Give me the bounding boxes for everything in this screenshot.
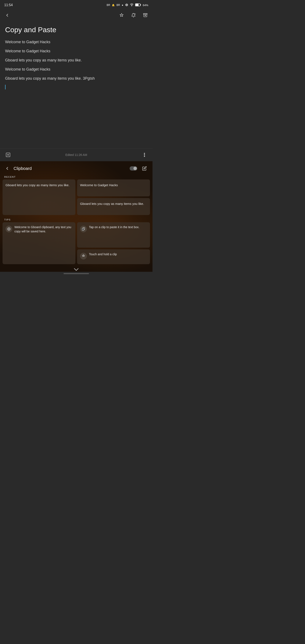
clipboard-edit-button[interactable] xyxy=(141,164,148,172)
svg-point-17 xyxy=(8,228,10,230)
status-icons: BR 🔔 BR ● 64% xyxy=(106,3,148,7)
tip-icon-3 xyxy=(80,253,87,260)
battery-percent: 64% xyxy=(143,4,148,7)
note-line-1: Welcome to Gadget Hacks xyxy=(5,39,148,45)
note-line-5: Gboard lets you copy as many items you l… xyxy=(5,76,148,81)
keyboard-back-button[interactable] xyxy=(4,164,11,172)
top-bar-right xyxy=(118,12,149,19)
recent-clips-grid: Gboard lets you copy as many items you l… xyxy=(0,180,152,217)
note-area[interactable]: Copy and Paste Welcome to Gadget Hacks W… xyxy=(0,21,152,148)
bottom-chevron[interactable] xyxy=(0,266,152,272)
clipboard-header-right xyxy=(130,164,148,172)
clipboard-toggle[interactable] xyxy=(130,164,137,172)
note-line-3: Gboard lets you copy as many items you l… xyxy=(5,58,148,63)
clip-card-1-text: Gboard lets you copy as many items you l… xyxy=(6,183,70,187)
svg-rect-3 xyxy=(136,4,138,6)
archive-button[interactable] xyxy=(142,12,149,19)
clip-card-3[interactable]: Gboard lets you copy as many items you l… xyxy=(77,198,150,215)
tip-card-2[interactable]: Tap on a clip to paste it in the text bo… xyxy=(77,222,150,248)
note-line-4: Welcome to Gadget Hacks xyxy=(5,66,148,72)
pin-button[interactable] xyxy=(118,12,126,19)
tips-label: TIPS xyxy=(0,217,152,222)
battery-icon xyxy=(135,4,141,7)
notification-icon-br2: 🔔 xyxy=(112,4,115,6)
notification-icon-br1: BR xyxy=(106,4,110,6)
clipboard-header: Clipboard xyxy=(0,161,152,174)
home-indicator xyxy=(0,272,152,276)
circle-icon: ● xyxy=(122,4,123,6)
svg-point-0 xyxy=(132,6,132,6)
tip-icon-2 xyxy=(80,226,87,232)
svg-rect-23 xyxy=(82,228,84,230)
svg-point-13 xyxy=(144,156,145,157)
tip-card-3-text: Touch and hold a clip xyxy=(89,252,117,256)
note-bottom-bar: Edited 11:26 AM xyxy=(0,148,152,161)
vibrate-icon xyxy=(125,3,128,7)
note-title: Copy and Paste xyxy=(5,26,148,34)
svg-point-12 xyxy=(144,155,145,155)
clip-card-2-text: Welcome to Gadget Hacks xyxy=(80,183,118,187)
more-options-button[interactable] xyxy=(141,151,148,159)
top-bar-left xyxy=(4,12,11,19)
recent-label: RECENT xyxy=(0,174,152,180)
tips-grid: Welcome to Gboard clipboard, any text yo… xyxy=(0,222,152,266)
tip-card-1[interactable]: Welcome to Gboard clipboard, any text yo… xyxy=(2,222,76,264)
svg-rect-6 xyxy=(144,14,147,14)
svg-point-11 xyxy=(144,153,145,154)
clipboard-panel: Clipboard RECENT xyxy=(0,161,152,272)
status-bar: 11:54 BR 🔔 BR ● 64% xyxy=(0,0,152,9)
tip-card-3[interactable]: Touch and hold a clip xyxy=(77,249,150,264)
back-button[interactable] xyxy=(4,12,11,19)
text-cursor xyxy=(5,85,6,90)
svg-point-15 xyxy=(134,167,137,170)
add-content-button[interactable] xyxy=(4,151,12,159)
clipboard-title: Clipboard xyxy=(14,166,32,171)
clip-card-3-text: Gboard lets you copy as many items you l… xyxy=(80,202,144,206)
home-bar xyxy=(64,273,89,274)
svg-rect-2 xyxy=(140,4,141,6)
wifi-icon xyxy=(130,3,134,7)
top-bar xyxy=(0,9,152,21)
clipboard-header-left: Clipboard xyxy=(4,164,32,172)
reminder-button[interactable] xyxy=(130,12,137,19)
tip-card-1-text: Welcome to Gboard clipboard, any text yo… xyxy=(14,225,72,234)
tip-card-2-text: Tap on a clip to paste it in the text bo… xyxy=(89,225,139,230)
status-time: 11:54 xyxy=(4,3,13,7)
tip-icon-1 xyxy=(6,226,12,232)
clip-card-1[interactable]: Gboard lets you copy as many items you l… xyxy=(2,180,76,215)
note-line-2: Welcome to Gadget Hacks xyxy=(5,48,148,54)
clip-card-2[interactable]: Welcome to Gadget Hacks xyxy=(77,180,150,196)
cursor-line xyxy=(5,85,148,90)
svg-point-5 xyxy=(134,14,136,15)
edited-timestamp: Edited 11:26 AM xyxy=(66,153,87,156)
notification-icon-br3: BR xyxy=(116,4,120,6)
